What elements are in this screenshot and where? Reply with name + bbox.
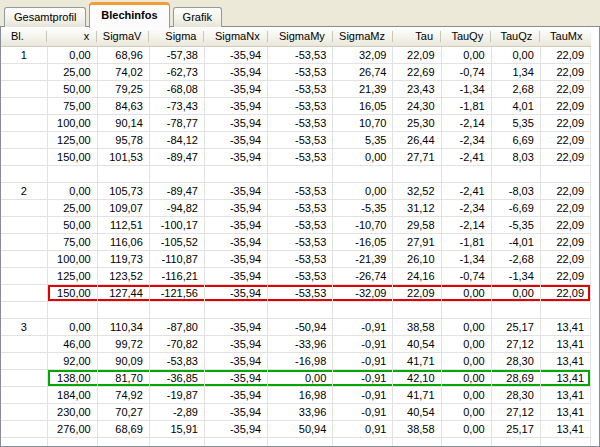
cell: -70,82 <box>149 335 204 352</box>
cell: -35,94 <box>204 369 267 386</box>
cell: 2,68 <box>491 80 540 97</box>
content-panel: Bl.xSigmaVSigmaSigmaNxSigmaMySigmaMzTauT… <box>0 26 600 447</box>
cell <box>333 165 393 182</box>
tab-gesamtprofil[interactable]: Gesamtprofil <box>4 7 86 27</box>
blechinfos-dialog: Gesamtprofil Blechinfos Grafik Bl.xSigma… <box>0 0 600 447</box>
table-row[interactable]: 46,0099,72-70,82-35,94-33,96-0,9140,540,… <box>1 335 591 352</box>
column-header-tauqz[interactable]: TauQz <box>491 27 540 46</box>
cell <box>47 437 97 447</box>
cell <box>47 165 97 182</box>
cell: 22,09 <box>540 148 590 165</box>
cell: 125,00 <box>47 267 97 284</box>
table-row[interactable]: 230,0070,27-2,89-35,9433,96-0,9140,540,0… <box>1 403 591 420</box>
cell: -35,94 <box>204 80 267 97</box>
table-row[interactable]: 75,0084,63-73,43-35,94-53,5316,0524,30-1… <box>1 97 591 114</box>
cell <box>1 97 47 114</box>
cell <box>1 233 47 250</box>
table-row[interactable]: 100,0090,14-78,77-35,94-53,5310,7025,30-… <box>1 114 591 131</box>
table-row[interactable]: 125,00123,52-116,21-35,94-53,53-26,7424,… <box>1 267 591 284</box>
cell <box>204 165 267 182</box>
cell: 25,00 <box>47 199 97 216</box>
cell: 1 <box>1 46 47 63</box>
cell: 1,34 <box>491 63 540 80</box>
highlighted-row-green[interactable]: 138,0081,70-36,85-35,940,00-0,9142,100,0… <box>1 369 591 386</box>
cell: 0,00 <box>441 386 491 403</box>
cell: 22,09 <box>393 46 441 63</box>
cell: -35,94 <box>204 284 267 301</box>
cell: -35,94 <box>204 216 267 233</box>
table-row[interactable]: 10,0068,96-57,38-35,94-53,5332,0922,090,… <box>1 46 591 63</box>
cell: -35,94 <box>204 63 267 80</box>
highlighted-row-red[interactable]: 150,00127,44-121,56-35,94-53,53-32,0922,… <box>1 284 591 301</box>
cell <box>1 131 47 148</box>
table-row[interactable]: 92,0090,09-53,83-35,94-16,98-0,9141,710,… <box>1 352 591 369</box>
cell: 150,00 <box>47 148 97 165</box>
column-header-taumx[interactable]: TauMx <box>540 27 590 46</box>
cell: -35,94 <box>204 233 267 250</box>
spacer-row[interactable] <box>1 437 591 447</box>
column-header-x[interactable]: x <box>47 27 97 46</box>
cell: 50,00 <box>47 80 97 97</box>
cell: 26,74 <box>333 63 393 80</box>
cell: 92,00 <box>47 352 97 369</box>
cell: -1,34 <box>441 80 491 97</box>
column-header-sigmanx[interactable]: SigmaNx <box>204 27 267 46</box>
cell: 22,09 <box>540 80 590 97</box>
cell <box>333 437 393 447</box>
tab-blechinfos[interactable]: Blechinfos <box>89 2 169 28</box>
table-row[interactable]: 25,00109,07-94,82-35,94-53,53-5,3531,12-… <box>1 199 591 216</box>
cell <box>393 165 441 182</box>
column-header-tauqy[interactable]: TauQy <box>441 27 491 46</box>
cell: 0,00 <box>47 46 97 63</box>
spacer-row[interactable] <box>1 165 591 182</box>
table-row[interactable]: 276,0068,6915,91-35,9450,940,9138,580,00… <box>1 420 591 437</box>
cell: -53,53 <box>268 250 333 267</box>
cell <box>1 216 47 233</box>
cell: -35,94 <box>204 403 267 420</box>
column-header-sigmav[interactable]: SigmaV <box>97 27 149 46</box>
table-row[interactable]: 100,00119,73-110,87-35,94-53,53-21,3926,… <box>1 250 591 267</box>
cell: 24,30 <box>393 97 441 114</box>
table-row[interactable]: 30,00110,34-87,80-35,94-50,94-0,9138,580… <box>1 318 591 335</box>
cell: -68,08 <box>149 80 204 97</box>
table-row[interactable]: 20,00105,73-89,47-35,94-53,530,0032,52-2… <box>1 182 591 199</box>
column-header-bl[interactable]: Bl. <box>1 27 47 46</box>
table-row[interactable]: 184,0074,92-19,87-35,9416,98-0,9141,710,… <box>1 386 591 403</box>
table-row[interactable]: 150,00101,53-89,47-35,94-53,530,0027,71-… <box>1 148 591 165</box>
cell: 6,69 <box>491 131 540 148</box>
column-header-sigma[interactable]: Sigma <box>149 27 204 46</box>
cell <box>204 437 267 447</box>
cell: 68,69 <box>97 420 149 437</box>
cell: -0,91 <box>333 403 393 420</box>
table-row[interactable]: 25,0074,02-62,73-35,94-53,5326,7422,69-0… <box>1 63 591 80</box>
cell: -35,94 <box>204 97 267 114</box>
cell: 0,00 <box>47 318 97 335</box>
cell: -32,09 <box>333 284 393 301</box>
cell: 22,09 <box>540 284 590 301</box>
cell: 22,09 <box>540 63 590 80</box>
column-header-sigmamy[interactable]: SigmaMy <box>268 27 333 46</box>
tab-grafik[interactable]: Grafik <box>173 7 222 27</box>
table-row[interactable]: 50,0079,25-68,08-35,94-53,5321,3923,43-1… <box>1 80 591 97</box>
cell: 25,17 <box>491 318 540 335</box>
table-row[interactable]: 125,0095,78-84,12-35,94-53,535,3526,44-2… <box>1 131 591 148</box>
cell: -53,53 <box>268 131 333 148</box>
cell: 13,41 <box>540 318 590 335</box>
table-row[interactable]: 50,00112,51-100,17-35,94-53,53-10,7029,5… <box>1 216 591 233</box>
cell: -1,81 <box>441 97 491 114</box>
cell <box>1 114 47 131</box>
cell: 22,09 <box>540 216 590 233</box>
cell: 0,00 <box>491 284 540 301</box>
column-header-sigmamz[interactable]: SigmaMz <box>333 27 393 46</box>
cell: 32,09 <box>333 46 393 63</box>
cell: 0,00 <box>441 352 491 369</box>
cell: 41,71 <box>393 352 441 369</box>
cell: 13,41 <box>540 352 590 369</box>
cell: -1,34 <box>491 267 540 284</box>
spacer-row[interactable] <box>1 301 591 318</box>
cell: 13,41 <box>540 369 590 386</box>
column-header-tau[interactable]: Tau <box>393 27 441 46</box>
cell: -33,96 <box>268 335 333 352</box>
table-row[interactable]: 75,00116,06-105,52-35,94-53,53-16,0527,9… <box>1 233 591 250</box>
cell <box>1 284 47 301</box>
